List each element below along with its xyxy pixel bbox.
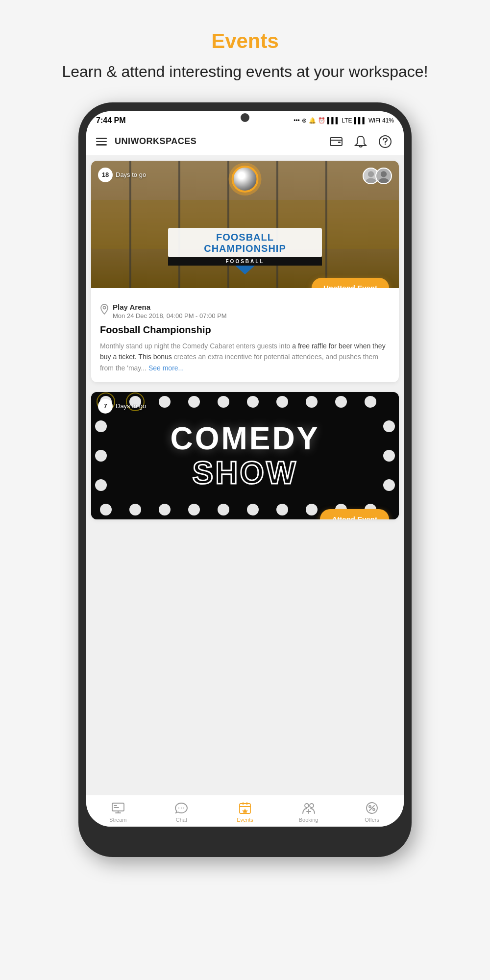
- events-label: Events: [237, 817, 253, 823]
- offers-label: Offers: [365, 817, 379, 823]
- event-card-foosball: Foosball Championship FOOSBALL 18 Days t…: [91, 161, 399, 382]
- event-description: Monthly stand up night the Comedy Cabare…: [100, 341, 390, 373]
- app-title: UNIWORKSPACES: [115, 136, 327, 147]
- event-title: Foosball Championship: [100, 324, 390, 336]
- phone-frame: 7:44 PM ••• ⊛ 🔔 ⏰ ▌▌▌ LTE ▌▌▌ WiFi 41% U…: [78, 102, 412, 857]
- page-subtitle: Learn & attend interesting events at you…: [62, 61, 428, 83]
- days-to-go-badge: 18 Days to go: [98, 168, 146, 182]
- svg-rect-0: [330, 138, 342, 146]
- status-time: 7:44 PM: [96, 116, 125, 125]
- foosball-event-image: Foosball Championship FOOSBALL 18 Days t…: [91, 161, 399, 288]
- chat-icon: [174, 801, 188, 815]
- booking-icon: [302, 801, 316, 815]
- nav-item-offers[interactable]: Offers: [340, 799, 404, 825]
- phone-screen: 7:44 PM ••• ⊛ 🔔 ⏰ ▌▌▌ LTE ▌▌▌ WiFi 41% U…: [86, 111, 404, 827]
- location-name: Play Arena: [113, 303, 227, 311]
- stream-label: Stream: [109, 817, 126, 823]
- comedy-word1: COMEDY: [171, 421, 320, 456]
- days-number: 18: [98, 168, 113, 182]
- svg-point-10: [368, 171, 374, 177]
- attendee-avatar-2: [375, 168, 392, 184]
- svg-point-11: [366, 178, 376, 184]
- foosball-ball-icon: [232, 166, 259, 193]
- svg-point-62: [373, 808, 375, 810]
- event-location: Play Arena Mon 24 Dec 2018, 04:00 PM - 0…: [100, 303, 390, 319]
- booking-label: Booking: [299, 817, 318, 823]
- unattend-event-button[interactable]: Unattend Event: [312, 278, 389, 288]
- foosball-logo: Foosball Championship FOOSBALL: [168, 228, 322, 274]
- svg-point-49: [181, 808, 182, 808]
- see-more-link[interactable]: See more...: [148, 364, 184, 372]
- status-icons: ••• ⊛ 🔔 ⏰ ▌▌▌ LTE ▌▌▌ WiFi 41%: [294, 117, 394, 124]
- comedy-days-badge: 7 Days to go: [98, 399, 146, 414]
- bell-icon-button[interactable]: [352, 133, 369, 150]
- nav-item-stream[interactable]: Stream: [86, 799, 150, 825]
- svg-point-48: [178, 808, 179, 808]
- comedy-bg: COMEDY SHOW 7 Days to go Attend Event: [91, 392, 399, 519]
- wallet-icon-button[interactable]: [327, 133, 345, 150]
- svg-point-57: [310, 804, 314, 808]
- events-icon: [238, 801, 252, 815]
- attend-event-button[interactable]: Attend Event: [320, 509, 389, 519]
- comedy-days-number: 7: [98, 399, 113, 414]
- comedy-days-label: Days to go: [116, 402, 146, 410]
- event-card-body: Play Arena Mon 24 Dec 2018, 04:00 PM - 0…: [91, 288, 399, 382]
- svg-point-61: [369, 806, 371, 808]
- svg-point-14: [103, 306, 106, 309]
- foosball-subtitle: FOOSBALL: [168, 257, 322, 266]
- svg-point-50: [183, 808, 184, 808]
- page-header: Events Learn & attend interesting events…: [32, 0, 457, 102]
- svg-rect-43: [112, 803, 124, 811]
- nav-item-booking[interactable]: Booking: [277, 799, 341, 825]
- svg-line-63: [369, 806, 374, 810]
- event-datetime: Mon 24 Dec 2018, 04:00 PM - 07:00 PM: [113, 312, 227, 319]
- help-icon-button[interactable]: [376, 133, 394, 150]
- phone-camera: [241, 113, 249, 122]
- comedy-word2: SHOW: [192, 456, 297, 490]
- attendees-avatars: [363, 168, 392, 184]
- svg-point-12: [381, 171, 387, 177]
- chat-label: Chat: [176, 817, 187, 823]
- hamburger-menu-button[interactable]: [96, 138, 107, 146]
- svg-rect-1: [338, 142, 341, 143]
- days-label: Days to go: [116, 171, 146, 178]
- comedy-show-image: COMEDY SHOW 7 Days to go Attend Event: [91, 392, 399, 519]
- bottom-navigation: Stream Chat: [86, 795, 404, 827]
- nav-item-events[interactable]: Events: [213, 799, 277, 825]
- app-bar-icons: [327, 133, 394, 150]
- foosball-chevron: [235, 266, 255, 274]
- stream-icon: [111, 801, 125, 815]
- svg-point-3: [385, 144, 386, 145]
- svg-point-13: [378, 178, 389, 184]
- event-card-comedy: COMEDY SHOW 7 Days to go Attend Event: [91, 392, 399, 519]
- app-bar: UNIWORKSPACES: [86, 128, 404, 156]
- events-scroll-area[interactable]: Foosball Championship FOOSBALL 18 Days t…: [86, 156, 404, 795]
- location-pin-icon: [100, 304, 109, 317]
- offers-icon: [365, 801, 379, 815]
- page-title: Events: [62, 29, 428, 53]
- svg-point-56: [305, 804, 309, 808]
- champions-text: Foosball Championship: [178, 232, 312, 254]
- nav-item-chat[interactable]: Chat: [150, 799, 214, 825]
